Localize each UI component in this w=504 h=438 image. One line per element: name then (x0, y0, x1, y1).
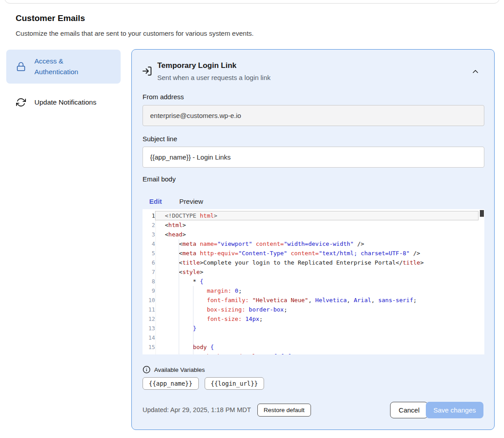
line-number: 2 (143, 220, 155, 230)
line-number: 7 (143, 267, 155, 277)
code-editor[interactable]: 1<!DOCTYPE html>2<html>3<head>4 <meta na… (143, 209, 484, 354)
line-number: 5 (143, 248, 155, 258)
available-variables: Available Variables (143, 366, 205, 374)
code-line: 6 <title>Complete your login to the Repl… (143, 258, 484, 267)
sidebar-item-update-notifications[interactable]: Update Notifications (6, 93, 121, 111)
code-line: 2<html> (143, 220, 484, 230)
code-line: 1<!DOCTYPE html> (143, 211, 484, 220)
line-number: 14 (143, 333, 155, 342)
line-number: 11 (143, 305, 155, 314)
updated-timestamp: Updated: Apr 29, 2025, 1:18 PM MDT (143, 406, 251, 413)
lock-icon (16, 62, 26, 72)
line-number: 1 (143, 211, 155, 220)
from-address-input (143, 105, 484, 126)
subject-line-label: Subject line (143, 135, 177, 143)
code-line: 14 (143, 333, 484, 342)
code-line: 15 body { (143, 342, 484, 352)
panel-title: Temporary Login Link (157, 61, 236, 70)
code-line: 11 box-sizing: border-box; (143, 305, 484, 314)
subject-line-input[interactable] (143, 147, 484, 168)
panel-subtitle: Sent when a user requests a login link (157, 74, 270, 81)
code-line: 7 <style> (143, 267, 484, 277)
email-settings-panel: Temporary Login Link Sent when a user re… (131, 49, 495, 430)
previous-card-edge (4, 0, 500, 4)
log-in-icon (142, 66, 152, 76)
cancel-button[interactable]: Cancel (390, 402, 428, 418)
code-line: 4 <meta name="viewport" content="width=d… (143, 239, 484, 248)
variable-chips: {{app_name}} {{login_url}} (143, 377, 264, 390)
from-address-label: From address (143, 93, 184, 101)
chevron-up-icon (471, 71, 480, 77)
code-line: 10 font-family: "Helvetica Neue", Helvet… (143, 295, 484, 305)
code-line: 8 * { (143, 277, 484, 286)
email-body-label: Email body (143, 175, 176, 183)
code-line: 9 margin: 0; (143, 286, 484, 295)
page-subtitle: Customize the emails that are sent to yo… (16, 29, 254, 37)
line-number: 8 (143, 277, 155, 286)
restore-default-button[interactable]: Restore default (257, 404, 311, 417)
code-line: 13 } (143, 324, 484, 333)
sidebar: Access & Authentication Update Notificat… (6, 50, 121, 111)
refresh-icon (16, 97, 26, 107)
variable-chip-login-url[interactable]: {{login_url}} (205, 377, 265, 390)
collapse-button[interactable] (469, 66, 482, 78)
code-line: 12 font-size: 14px; (143, 314, 484, 324)
line-number: 6 (143, 258, 155, 267)
line-number: 4 (143, 239, 155, 248)
code-line: 5 <meta http-equiv="Content-Type" conten… (143, 248, 484, 258)
page: Customer Emails Customize the emails tha… (0, 0, 504, 438)
line-number: 16 (143, 352, 155, 354)
line-number: 12 (143, 314, 155, 324)
sidebar-item-label: Access & Authentication (34, 56, 101, 77)
line-number: 10 (143, 295, 155, 305)
code-line: 3<head> (143, 230, 484, 239)
variable-chip-app-name[interactable]: {{app_name}} (143, 377, 199, 390)
line-number: 9 (143, 286, 155, 295)
editor-scrollbar[interactable] (480, 210, 484, 217)
info-icon (143, 366, 151, 374)
available-variables-label: Available Variables (154, 366, 205, 373)
line-number: 3 (143, 230, 155, 239)
sidebar-item-label: Update Notifications (34, 97, 97, 108)
page-title: Customer Emails (16, 13, 85, 23)
line-number: 13 (143, 324, 155, 333)
line-number: 15 (143, 342, 155, 352)
sidebar-item-access-authentication[interactable]: Access & Authentication (6, 50, 121, 84)
save-changes-button[interactable]: Save changes (426, 402, 483, 418)
code-line: 16 background-color: #f8f8f8; (143, 352, 484, 354)
code-lines: 1<!DOCTYPE html>2<html>3<head>4 <meta na… (143, 211, 484, 354)
